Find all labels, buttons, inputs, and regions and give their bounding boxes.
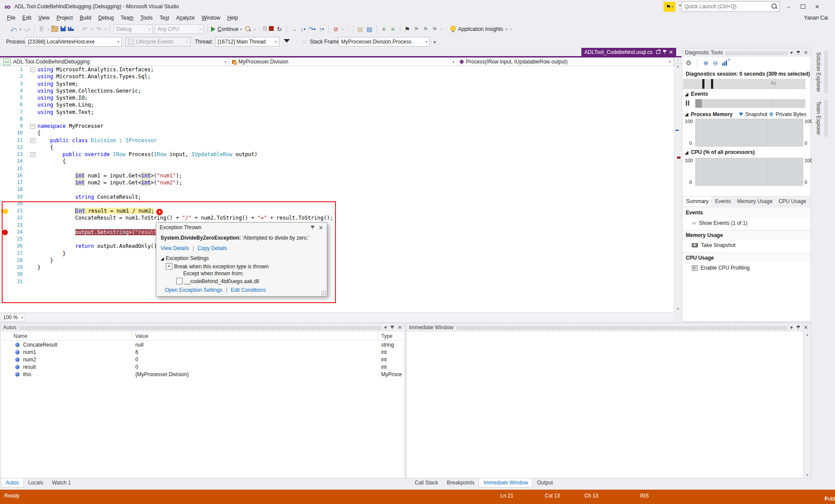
menu-item-project[interactable]: Project: [53, 13, 76, 22]
find-in-files-icon[interactable]: [244, 26, 251, 33]
debugbar-overflow[interactable]: ▾: [433, 39, 436, 45]
step-out-icon[interactable]: ↑•: [318, 26, 325, 33]
side-tab-team-explorer[interactable]: Team Explorer: [815, 100, 835, 137]
diag-tab-cpu-usage[interactable]: CPU Usage: [775, 197, 809, 206]
tab-breakpoints[interactable]: Breakpoints: [443, 478, 479, 487]
column-type[interactable]: Type: [381, 333, 392, 339]
solution-configuration-combo[interactable]: Debug▾: [114, 24, 153, 34]
diag-zoom-in-icon[interactable]: ⊕: [703, 60, 708, 67]
diag-tab-summary[interactable]: Summary: [683, 197, 712, 206]
quick-launch-input[interactable]: Quick Launch (Ctrl+Q): [681, 1, 780, 12]
breakpoint-gutter[interactable]: [0, 172, 10, 179]
pin-icon[interactable]: [663, 50, 666, 54]
navigate-forward-icon[interactable]: ⤻: [23, 26, 30, 33]
signed-in-user[interactable]: Yanan Cai: [804, 15, 835, 21]
breakpoint-gutter[interactable]: [0, 130, 10, 137]
breakpoint-gutter[interactable]: [0, 137, 10, 144]
menu-item-analyze[interactable]: Analyze: [173, 13, 198, 22]
code-line-16[interactable]: 16 int num1 = input.Get<int>("num1");: [0, 172, 674, 180]
autos-value[interactable]: {MyProcesser.Division}: [135, 371, 189, 377]
nav-project-combo[interactable]: C# ADL.Tool.CodeBehindDebugging▾: [0, 57, 229, 66]
panel-pin-icon[interactable]: [796, 50, 800, 55]
fold-collapse-icon[interactable]: −: [30, 138, 35, 143]
code-line-26[interactable]: 26 return output.AsReadOnly();: [0, 243, 674, 250]
restart-icon[interactable]: ↻: [276, 26, 283, 33]
save-icon[interactable]: [60, 26, 66, 33]
code-line-18[interactable]: 18: [0, 186, 674, 194]
zoom-level-combo[interactable]: 100 %▾: [1, 314, 25, 321]
breakpoint-gutter[interactable]: [0, 271, 10, 278]
code-line-6[interactable]: 6using System.Linq;: [0, 101, 674, 109]
scroll-up-icon[interactable]: ▲: [674, 64, 681, 68]
code-line-10[interactable]: 10{: [0, 130, 674, 137]
menu-item-build[interactable]: Build: [76, 13, 95, 22]
tab-close-icon[interactable]: ✕: [669, 49, 673, 55]
breakpoints-window-icon[interactable]: ⊘: [332, 26, 339, 33]
breakpoint-gutter[interactable]: [0, 194, 10, 200]
breakpoint-gutter[interactable]: [0, 80, 10, 87]
breakpoint-gutter[interactable]: [0, 87, 10, 94]
scroll-up-icon[interactable]: ▲: [804, 333, 811, 337]
autos-row-num2[interactable]: num20int: [0, 356, 405, 364]
menu-item-team[interactable]: Team: [117, 13, 137, 22]
thread-combo[interactable]: [16712] Main Thread▾: [215, 37, 279, 47]
diagnostics-timeline[interactable]: 4s: [683, 79, 805, 89]
decrease-indent-icon[interactable]: ≡: [380, 26, 387, 33]
breakpoint-gutter[interactable]: [0, 101, 10, 108]
breakpoint-gutter[interactable]: [0, 94, 10, 101]
breakpoint-gutter[interactable]: [0, 207, 10, 214]
breakpoint-gutter[interactable]: [0, 250, 10, 257]
code-line-27[interactable]: 27 }: [0, 250, 674, 257]
show-events-link[interactable]: ∞ Show Events (1 of 1): [692, 220, 748, 226]
code-line-31[interactable]: 31: [0, 278, 674, 286]
side-tab-solution-explorer[interactable]: Solution Explorer: [815, 50, 835, 93]
tab-immediate-window[interactable]: Immediate Window: [479, 478, 533, 487]
code-line-24[interactable]: 24 output.Set<string>("result", ConcateR…: [0, 229, 674, 236]
breakpoint-gutter[interactable]: [0, 123, 10, 130]
breakpoint-gutter[interactable]: [0, 278, 10, 285]
notifications-flag-button[interactable]: ⚑▾: [664, 2, 675, 12]
breakpoint-gutter[interactable]: [0, 158, 10, 165]
breakpoint-gutter[interactable]: [0, 229, 10, 236]
panel-pin-icon[interactable]: [390, 325, 394, 330]
code-line-20[interactable]: 20: [0, 200, 674, 208]
diag-chart-icon[interactable]: ?: [722, 60, 728, 66]
code-line-1[interactable]: 1−using Microsoft.Analytics.Interfaces;: [0, 66, 674, 73]
code-editor[interactable]: 1−using Microsoft.Analytics.Interfaces;2…: [0, 66, 674, 312]
code-line-7[interactable]: 7using System.Text;: [0, 109, 674, 116]
column-value[interactable]: Value: [135, 333, 148, 339]
take-snapshot-link[interactable]: Take Snapshot: [692, 242, 735, 248]
breakpoint-gutter[interactable]: [0, 264, 10, 271]
diag-settings-gear-icon[interactable]: ⚙: [686, 59, 691, 67]
breakpoint-gutter[interactable]: [0, 165, 10, 172]
panel-close-icon[interactable]: ✕: [804, 324, 808, 330]
minimize-button[interactable]: –: [783, 3, 794, 10]
code-line-11[interactable]: 11− public class Division : IProcessor: [0, 137, 674, 144]
code-line-5[interactable]: 5using System.IO;: [0, 94, 674, 102]
code-line-12[interactable]: 12 {: [0, 144, 674, 151]
events-expander-icon[interactable]: ◢: [685, 92, 688, 97]
breakpoint-gutter[interactable]: [0, 179, 10, 186]
menu-item-view[interactable]: View: [35, 13, 53, 22]
autos-row-ConcateResult[interactable]: ConcateResultnullstring: [0, 341, 405, 349]
menu-item-edit[interactable]: Edit: [19, 13, 35, 22]
breakpoint-gutter[interactable]: [0, 200, 10, 207]
code-line-13[interactable]: 13− public override IRow Process(IRow in…: [0, 151, 674, 158]
breakpoint-gutter[interactable]: [0, 257, 10, 264]
editor-vertical-scrollbar[interactable]: ↕ ▲ ▼: [674, 57, 681, 312]
code-line-22[interactable]: 22 ConcateResult = num1.ToString() + "/"…: [0, 214, 674, 222]
immediate-scrollbar[interactable]: ▲ ▼: [803, 332, 811, 478]
code-line-4[interactable]: 4using System.Collections.Generic;: [0, 87, 674, 95]
autos-value[interactable]: null: [135, 342, 144, 348]
undo-close-document-icon[interactable]: ▤: [357, 26, 364, 33]
tab-call-stack[interactable]: Call Stack: [410, 478, 443, 487]
continue-button[interactable]: Continue ▾: [211, 26, 242, 32]
code-line-28[interactable]: 28 }: [0, 257, 674, 264]
show-next-statement-icon[interactable]: →: [290, 26, 297, 33]
code-line-9[interactable]: 9−namespace MyProcesser: [0, 123, 674, 130]
code-line-8[interactable]: 8: [0, 116, 674, 123]
open-exception-settings-link[interactable]: Open Exception Settings: [165, 287, 222, 293]
step-into-icon[interactable]: ↓•: [299, 26, 306, 33]
step-over-icon[interactable]: ↷•: [309, 26, 316, 33]
diag-tab-events[interactable]: Events: [712, 197, 734, 206]
